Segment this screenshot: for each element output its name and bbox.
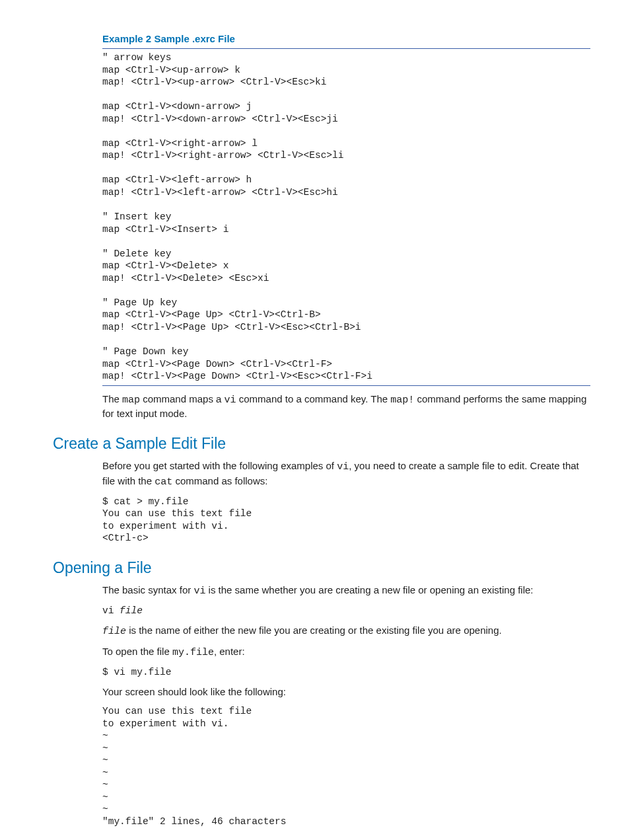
arg-file: file [102, 626, 126, 637]
rule-top [102, 48, 590, 49]
text: is the name of either the new file you a… [126, 625, 502, 636]
example-title: Example 2 Sample .exrc File [102, 33, 590, 44]
code-myfile: my.file [172, 647, 214, 658]
page-content: Example 2 Sample .exrc File " arrow keys… [0, 0, 630, 840]
code-map: map [122, 395, 140, 406]
code-screen-output: You can use this text file to experiment… [102, 705, 590, 827]
para-file-explain: file is the name of either the new file … [102, 624, 590, 638]
heading-opening-file: Opening a File [53, 559, 590, 577]
para-screen-intro: Your screen should look like the followi… [102, 685, 590, 699]
code-vi: vi [193, 586, 205, 597]
text: vi [102, 605, 120, 616]
code-cat-example: $ cat > my.file You can use this text fi… [102, 496, 590, 545]
code-cat: cat [155, 477, 172, 488]
heading-create-sample: Create a Sample Edit File [53, 435, 590, 453]
text: command maps a [140, 393, 225, 404]
code-vi: vi [225, 395, 236, 406]
para-open-intro: The basic syntax for vi is the same whet… [102, 584, 590, 598]
code-vi-syntax: vi file [102, 605, 590, 617]
text: , enter: [214, 646, 245, 657]
example-code: " arrow keys map <Ctrl-V><up-arrow> k ma… [102, 52, 590, 383]
code-vi-myfile: $ vi my.file [102, 666, 590, 679]
text: Before you get started with the followin… [102, 460, 337, 471]
text: The [102, 393, 122, 404]
text: command to a command key. The [236, 393, 391, 404]
para-map-explain: The map command maps a vi command to a c… [102, 393, 590, 421]
text: To open the file [102, 646, 172, 657]
para-create-intro: Before you get started with the followin… [102, 459, 590, 489]
text: is the same whether you are creating a n… [205, 584, 533, 595]
code-mapbang: map! [390, 395, 414, 406]
rule-bottom [102, 385, 590, 386]
text: The basic syntax for [102, 584, 193, 595]
text: command as follows: [172, 475, 267, 486]
code-vi: vi [337, 461, 349, 473]
arg-file: file [120, 605, 143, 616]
para-open-myfile: To open the file my.file, enter: [102, 645, 590, 660]
